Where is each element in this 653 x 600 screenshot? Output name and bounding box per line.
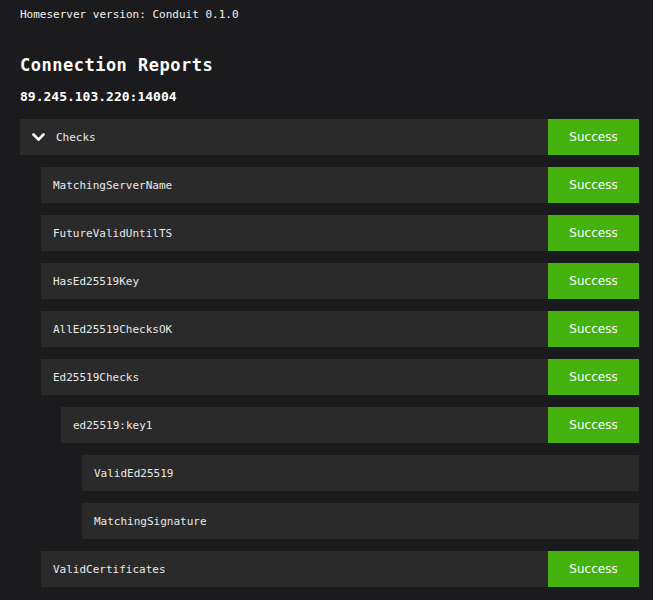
report-row: HasEd25519Key Success — [41, 263, 639, 299]
page-title: Connection Reports — [20, 55, 633, 75]
status-badge: Success — [548, 263, 639, 299]
status-badge: Success — [548, 359, 639, 395]
report-row: ed25519:key1 Success — [61, 407, 639, 443]
check-label: MatchingSignature — [94, 515, 207, 528]
check-label: HasEd25519Key — [53, 275, 139, 288]
check-label: Ed25519Checks — [53, 371, 139, 384]
report-row: AllEd25519ChecksOK Success — [41, 311, 639, 347]
report-row-bar[interactable]: HasEd25519Key — [41, 263, 548, 299]
report-row-bar[interactable]: ValidEd25519 — [82, 455, 639, 491]
report-row-bar[interactable]: Ed25519Checks — [41, 359, 548, 395]
server-address: 89.245.103.220:14004 — [20, 89, 633, 104]
status-badge: Success — [548, 215, 639, 251]
check-label: ed25519:key1 — [73, 419, 152, 432]
reports-list: Checks Success MatchingServerName Succes… — [20, 119, 639, 587]
status-badge: Success — [548, 407, 639, 443]
report-row: MatchingServerName Success — [41, 167, 639, 203]
homeserver-version-text: Homeserver version: Conduit 0.1.0 — [20, 8, 633, 21]
report-row-bar[interactable]: FutureValidUntilTS — [41, 215, 548, 251]
report-row: Ed25519Checks Success — [41, 359, 639, 395]
report-row-bar[interactable]: AllEd25519ChecksOK — [41, 311, 548, 347]
report-row: ValidEd25519 — [82, 455, 639, 491]
check-label: ValidEd25519 — [94, 467, 173, 480]
status-badge: Success — [548, 167, 639, 203]
check-label: ValidCertificates — [53, 563, 166, 576]
report-row: FutureValidUntilTS Success — [41, 215, 639, 251]
check-label: MatchingServerName — [53, 179, 172, 192]
report-row-bar[interactable]: MatchingServerName — [41, 167, 548, 203]
check-label: Checks — [56, 131, 96, 144]
check-label: AllEd25519ChecksOK — [53, 323, 172, 336]
report-row: MatchingSignature — [82, 503, 639, 539]
report-row: Checks Success — [20, 119, 639, 155]
status-badge: Success — [548, 119, 639, 155]
report-row: ValidCertificates Success — [41, 551, 639, 587]
report-row-bar[interactable]: ValidCertificates — [41, 551, 548, 587]
chevron-down-icon[interactable] — [32, 133, 45, 142]
report-row-bar[interactable]: Checks — [20, 119, 548, 155]
report-row-bar[interactable]: MatchingSignature — [82, 503, 639, 539]
check-label: FutureValidUntilTS — [53, 227, 172, 240]
report-row-bar[interactable]: ed25519:key1 — [61, 407, 548, 443]
status-badge: Success — [548, 311, 639, 347]
status-badge: Success — [548, 551, 639, 587]
